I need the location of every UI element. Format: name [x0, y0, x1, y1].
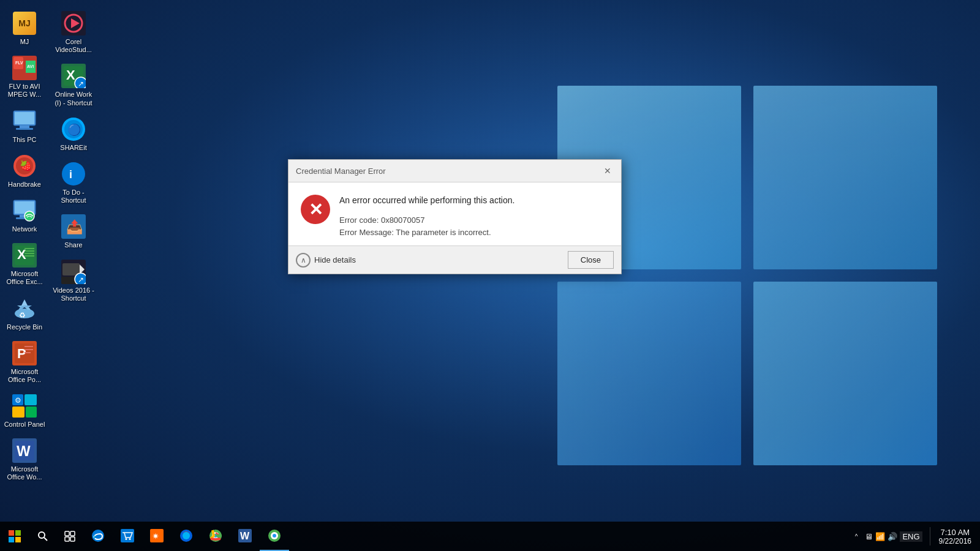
svg-line-70 — [44, 538, 47, 541]
svg-text:⚙: ⚙ — [15, 396, 21, 405]
this-pc-icon — [12, 109, 37, 133]
desktop-icon-word[interactable]: W Microsoft Office Wo... — [0, 433, 49, 486]
svg-rect-1 — [753, 86, 937, 269]
svg-point-78 — [129, 538, 131, 540]
svg-text:🍓: 🍓 — [20, 160, 32, 171]
clock-time: 7:10 AM — [939, 528, 971, 537]
taskbar-app-firefox[interactable] — [172, 522, 201, 551]
ime-indicator[interactable]: ENG — [900, 531, 922, 542]
taskbar-app-store[interactable] — [113, 522, 142, 551]
clock-date: 9/22/2016 — [939, 537, 971, 545]
desktop-icon-ppt[interactable]: P Microsoft Office Po... — [0, 336, 49, 389]
online-work-icon: X ↗ — [61, 64, 86, 88]
control-label: Control Panel — [4, 421, 45, 429]
svg-text:♻: ♻ — [19, 311, 26, 320]
desktop-icon-online-work[interactable]: X ↗ Online Work (I) - Shortcut — [49, 59, 98, 111]
taskbar-system-tray: ^ 🖥 📶 🔊 ENG 7:10 AM 9/22/2016 — [853, 522, 980, 551]
desktop-icon-shareit[interactable]: 🔵 SHAREit — [49, 112, 98, 157]
svg-rect-34 — [24, 349, 33, 350]
svg-rect-33 — [24, 346, 33, 347]
excel-label: Microsoft Office Exc... — [2, 270, 47, 286]
desktop: MJ MJ FLV AVI FLV to AVI MPEG W... — [0, 0, 980, 551]
desktop-icon-todo[interactable]: i To Do - Shortcut — [49, 157, 98, 209]
flv-label: FLV to AVI MPEG W... — [2, 83, 47, 99]
svg-rect-26 — [24, 253, 34, 254]
ppt-label: Microsoft Office Po... — [2, 368, 47, 384]
desktop-icon-videos[interactable]: ↗ Videos 2016 - Shortcut — [49, 255, 98, 307]
handbrake-icon: 🍓 — [12, 154, 37, 178]
svg-rect-71 — [65, 531, 69, 536]
desktop-icon-share[interactable]: 📤 Share — [49, 209, 98, 254]
online-work-label: Online Work (I) - Shortcut — [51, 91, 96, 107]
error-icon: ✕ — [301, 195, 330, 224]
svg-point-77 — [126, 538, 127, 540]
dialog-content: An error occurred while performing this … — [339, 195, 609, 239]
word-label: Microsoft Office Wo... — [2, 465, 47, 481]
task-view-button[interactable] — [56, 522, 83, 551]
corel-label: Corel VideoStud... — [51, 38, 96, 54]
hide-details-button[interactable]: ∧ Hide details — [296, 253, 356, 268]
svg-rect-25 — [24, 250, 34, 252]
dialog-titlebar: Credential Manager Error ✕ — [288, 160, 621, 182]
svg-point-69 — [39, 532, 45, 538]
svg-rect-68 — [15, 537, 21, 542]
svg-rect-27 — [24, 255, 34, 257]
network-label: Network — [12, 225, 37, 233]
desktop-icon-recycle[interactable]: ♻ Recycle Bin — [0, 291, 49, 336]
desktop-icon-flv[interactable]: FLV AVI FLV to AVI MPEG W... — [0, 51, 49, 103]
svg-text:↗: ↗ — [78, 80, 84, 88]
notification-chevron[interactable]: ^ — [853, 533, 861, 540]
desktop-icon-mj[interactable]: MJ MJ — [0, 6, 49, 51]
search-button[interactable] — [29, 522, 56, 551]
taskbar-app-edge[interactable] — [83, 522, 113, 551]
taskbar-app-word[interactable]: W — [230, 522, 260, 551]
svg-text:P: P — [17, 346, 26, 361]
dialog-close-button[interactable]: ✕ — [601, 165, 614, 177]
desktop-icon-this-pc[interactable]: This PC — [0, 104, 49, 149]
svg-text:W: W — [240, 531, 250, 541]
taskbar-clock[interactable]: 7:10 AM 9/22/2016 — [933, 528, 978, 545]
dialog-main-message: An error occurred while performing this … — [339, 195, 609, 207]
taskbar-app-chrome[interactable] — [201, 522, 230, 551]
taskbar-app-3[interactable]: ✴ — [142, 522, 172, 551]
svg-text:📤: 📤 — [66, 219, 83, 235]
shareit-icon: 🔵 — [61, 117, 86, 141]
svg-text:FLV: FLV — [15, 61, 23, 65]
svg-rect-72 — [70, 531, 75, 536]
word-icon: W — [12, 438, 37, 463]
svg-rect-12 — [16, 128, 33, 130]
recycle-label: Recycle Bin — [7, 323, 42, 331]
desktop-icon-excel[interactable]: X Microsoft Office Exc... — [0, 238, 49, 291]
mj-label: MJ — [20, 38, 29, 46]
svg-point-55 — [62, 162, 85, 186]
svg-rect-39 — [26, 407, 37, 418]
dialog-title: Credential Manager Error — [296, 167, 386, 176]
excel-icon: X — [12, 243, 37, 268]
svg-rect-65 — [9, 530, 14, 536]
sound-icon[interactable]: 🔊 — [888, 532, 897, 541]
svg-text:W: W — [17, 443, 31, 459]
start-button[interactable] — [0, 522, 29, 551]
taskbar: ✴ — [0, 522, 980, 551]
svg-rect-74 — [70, 537, 75, 541]
desktop-icon-control[interactable]: ⚙ Control Panel — [0, 389, 49, 433]
dialog-body: ✕ An error occurred while performing thi… — [288, 182, 621, 246]
network-status-icon[interactable]: 📶 — [875, 532, 885, 541]
monitor-icon[interactable]: 🖥 — [865, 532, 873, 541]
desktop-icon-corel[interactable]: Corel VideoStud... — [49, 6, 98, 59]
svg-rect-2 — [557, 282, 741, 465]
shareit-label: SHAREit — [60, 144, 86, 152]
desktop-icon-network[interactable]: Network — [0, 193, 49, 238]
taskbar-apps: ✴ — [83, 522, 289, 551]
desktop-icon-handbrake[interactable]: 🍓 Handbrake — [0, 149, 49, 193]
taskbar-app-chrome2[interactable] — [260, 522, 289, 551]
svg-rect-24 — [24, 248, 34, 249]
corel-icon — [61, 11, 86, 36]
control-panel-icon: ⚙ — [12, 394, 37, 418]
svg-rect-76 — [121, 529, 134, 542]
svg-rect-35 — [24, 352, 31, 353]
close-button[interactable]: Close — [568, 251, 614, 269]
svg-text:✴: ✴ — [152, 531, 159, 541]
hide-details-label: Hide details — [314, 255, 356, 264]
credential-manager-error-dialog: Credential Manager Error ✕ ✕ An error oc… — [288, 159, 622, 274]
